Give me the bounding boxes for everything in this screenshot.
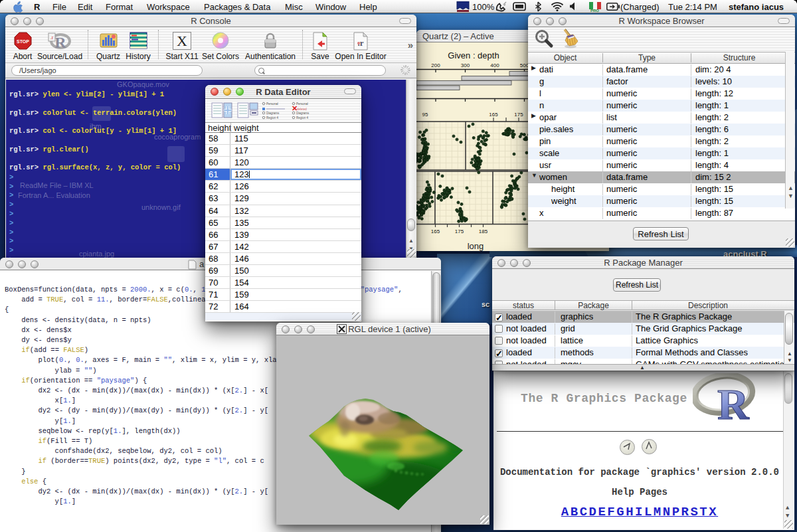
svg-text:R: R [717,380,750,422]
svg-text:175: 175 [514,112,523,118]
svg-text:Diagrams: Diagrams [266,112,280,115]
svg-text:Diagrams: Diagrams [296,112,310,115]
svg-text:185: 185 [479,228,488,234]
svg-text:175: 175 [455,228,464,234]
svg-text:165: 165 [489,112,498,118]
svg-text:165: 165 [431,228,440,234]
svg-text:deleted: deleted [297,108,307,111]
svg-text:200: 200 [431,62,440,68]
svg-text:X: X [177,33,187,49]
svg-text:300: 300 [461,62,470,68]
svg-text:95: 95 [422,112,428,118]
svg-text:STOP: STOP [17,39,29,44]
svg-text:R: R [54,34,66,50]
svg-text:Region 4: Region 4 [296,116,309,120]
svg-text:Region 4: Region 4 [266,116,279,120]
svg-text:Personal: Personal [296,102,308,106]
svg-text:Given : depth: Given : depth [448,50,499,60]
svg-text:Personal: Personal [266,102,278,106]
svg-text:.r: .r [50,35,54,41]
svg-text:400: 400 [490,62,499,68]
